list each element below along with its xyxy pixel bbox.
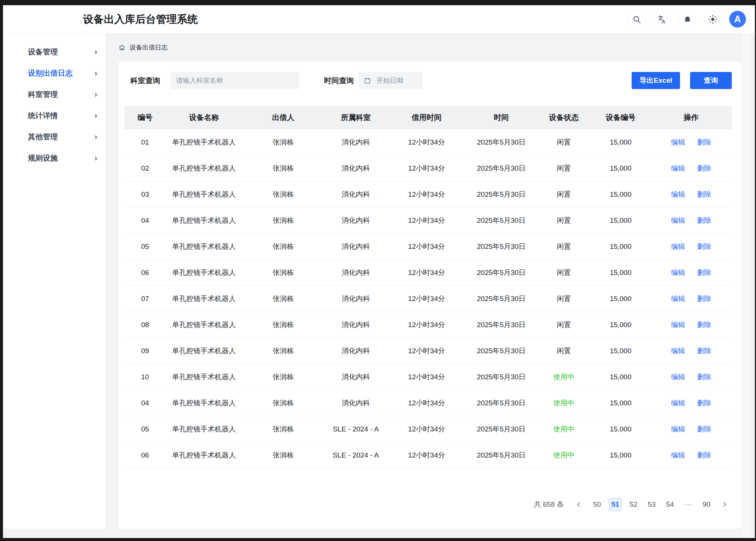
lender-cell: 张润栋 <box>242 286 324 312</box>
app-window: 设备出入库后台管理系统 文 A <box>3 5 755 538</box>
edit-link[interactable]: 编辑 <box>671 399 685 407</box>
edit-link[interactable]: 编辑 <box>671 321 685 329</box>
page-button-90[interactable]: 90 <box>699 497 714 512</box>
borrow-duration-cell: 12小时34分 <box>387 155 466 181</box>
borrow-duration-cell: 12小时34分 <box>387 234 466 260</box>
lender-cell: 张润栋 <box>242 442 324 468</box>
row-id: 04 <box>124 390 166 416</box>
edit-link[interactable]: 编辑 <box>671 373 685 381</box>
export-excel-button[interactable]: 导出Excel <box>632 72 680 89</box>
home-icon[interactable] <box>118 44 126 51</box>
row-actions: 编辑删除 <box>650 155 732 181</box>
edit-link[interactable]: 编辑 <box>671 190 685 198</box>
query-button[interactable]: 查询 <box>690 72 732 89</box>
delete-link[interactable]: 删除 <box>697 269 711 276</box>
page-button-53[interactable]: 53 <box>645 497 659 512</box>
lender-cell: 张润栋 <box>242 312 324 338</box>
chevron-right-icon: › <box>95 91 97 99</box>
sidebar-item-0[interactable]: 设备管理› <box>3 41 105 63</box>
search-icon[interactable] <box>628 10 645 28</box>
brightness-icon[interactable] <box>704 10 721 28</box>
edit-link[interactable]: 编辑 <box>671 269 685 276</box>
notification-icon[interactable] <box>679 10 696 28</box>
dept-search-input[interactable] <box>170 72 299 89</box>
sidebar-item-4[interactable]: 其他管理› <box>3 126 105 148</box>
delete-link[interactable]: 删除 <box>697 295 711 303</box>
chevron-right-icon: › <box>95 133 97 141</box>
device-name-cell: 单孔腔镜手术机器人 <box>166 338 242 364</box>
status-badge: 闲置 <box>537 260 591 286</box>
device-code-cell: 15,000 <box>591 390 651 416</box>
row-actions: 编辑删除 <box>650 260 732 286</box>
device-code-cell: 15,000 <box>591 286 651 312</box>
row-id: 08 <box>124 312 166 338</box>
delete-link[interactable]: 删除 <box>697 399 711 407</box>
delete-link[interactable]: 删除 <box>697 243 711 250</box>
delete-link[interactable]: 删除 <box>697 373 711 381</box>
row-actions: 编辑删除 <box>650 286 732 312</box>
breadcrumb-label: 设备出借日志 <box>130 43 168 52</box>
delete-link[interactable]: 删除 <box>697 347 711 355</box>
page-ellipsis[interactable]: ··· <box>681 497 695 512</box>
main-content: 设备出借日志 科室查询 时间查询 <box>105 34 755 538</box>
edit-link[interactable]: 编辑 <box>671 451 685 459</box>
edit-link[interactable]: 编辑 <box>671 243 685 250</box>
table-row: 06单孔腔镜手术机器人张润栋SLE - 2024 - A12小时34分2025年… <box>124 442 732 468</box>
borrow-duration-cell: 12小时34分 <box>387 312 466 338</box>
table-row: 01单孔腔镜手术机器人张润栋消化内科12小时34分2025年5月30日闲置15,… <box>124 129 732 155</box>
device-code-cell: 15,000 <box>591 338 651 364</box>
page-button-54[interactable]: 54 <box>663 497 677 512</box>
sidebar-item-2[interactable]: 科室管理› <box>3 84 105 105</box>
edit-link[interactable]: 编辑 <box>671 295 685 303</box>
borrow-duration-cell: 12小时34分 <box>387 364 466 390</box>
avatar[interactable]: A <box>729 11 746 28</box>
delete-link[interactable]: 删除 <box>697 164 711 172</box>
row-actions: 编辑删除 <box>650 442 732 468</box>
prev-page-icon[interactable] <box>572 497 586 512</box>
status-badge: 闲置 <box>537 129 591 155</box>
page-button-52[interactable]: 52 <box>626 497 641 512</box>
sidebar-item-3[interactable]: 统计详情› <box>3 105 105 126</box>
edit-link[interactable]: 编辑 <box>671 347 685 355</box>
edit-link[interactable]: 编辑 <box>671 425 685 433</box>
delete-link[interactable]: 删除 <box>697 321 711 329</box>
delete-link[interactable]: 删除 <box>697 138 711 146</box>
edit-link[interactable]: 编辑 <box>671 164 685 172</box>
device-name-cell: 单孔腔镜手术机器人 <box>166 208 242 234</box>
start-date-picker[interactable]: 开始日期 <box>358 72 423 89</box>
delete-link[interactable]: 删除 <box>697 451 711 459</box>
delete-link[interactable]: 删除 <box>697 216 711 224</box>
translate-icon[interactable]: 文 A <box>653 10 671 28</box>
sidebar-item-1[interactable]: 设别出借日志› <box>3 63 105 84</box>
table-row: 05单孔腔镜手术机器人张润栋SLE - 2024 - A12小时34分2025年… <box>124 416 732 442</box>
table-row: 09单孔腔镜手术机器人张润栋消化内科12小时34分2025年5月30日闲置15,… <box>124 338 732 364</box>
sidebar-item-label: 其他管理 <box>28 132 58 142</box>
row-id: 04 <box>124 208 166 234</box>
page-button-51[interactable]: 51 <box>608 497 622 512</box>
lender-cell: 张润栋 <box>242 260 324 286</box>
sidebar-item-label: 统计详情 <box>28 111 58 121</box>
edit-link[interactable]: 编辑 <box>671 216 685 224</box>
delete-link[interactable]: 删除 <box>697 190 711 198</box>
delete-link[interactable]: 删除 <box>697 425 711 433</box>
row-id: 07 <box>124 286 166 312</box>
department-cell: 消化内科 <box>324 312 388 338</box>
page-button-50[interactable]: 50 <box>590 497 604 512</box>
lender-cell: 张润栋 <box>242 155 324 181</box>
next-page-icon[interactable] <box>718 497 732 512</box>
department-cell: SLE - 2024 - A <box>324 416 388 442</box>
column-header: 编号 <box>124 106 166 129</box>
top-header: 设备出入库后台管理系统 文 A <box>3 5 755 34</box>
total-count: 共 658 条 <box>534 500 564 509</box>
device-code-cell: 15,000 <box>591 129 651 155</box>
sidebar: 设备管理›设别出借日志›科室管理›统计详情›其他管理›规则设施› <box>3 34 105 529</box>
lender-cell: 张润栋 <box>242 390 324 416</box>
device-log-table: 编号设备名称出借人所属科室借用时间时间设备状态设备编号操作 01单孔腔镜手术机器… <box>124 106 732 468</box>
device-code-cell: 15,000 <box>591 234 651 260</box>
sidebar-item-5[interactable]: 规则设施› <box>3 148 105 169</box>
scrollbar-track[interactable] <box>742 34 750 538</box>
edit-link[interactable]: 编辑 <box>671 138 685 146</box>
column-header: 出借人 <box>242 106 324 129</box>
calendar-icon <box>364 77 371 84</box>
status-badge: 闲置 <box>537 234 591 260</box>
